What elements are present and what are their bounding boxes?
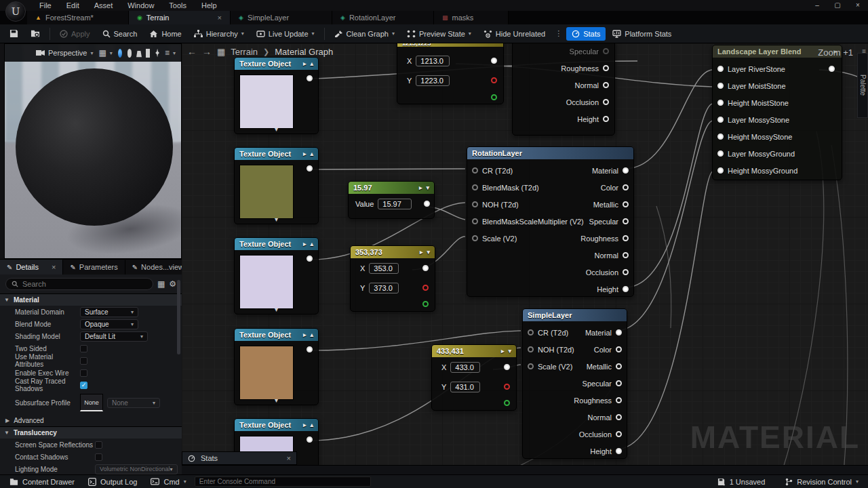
live-update-button[interactable]: Live Update▾: [251, 27, 320, 41]
input-pin[interactable]: [717, 134, 724, 140]
x-value-field[interactable]: 433.0: [450, 362, 480, 373]
palette-menu-icon[interactable]: ≡: [862, 47, 866, 55]
partial-layer-node[interactable]: Specular Roughness Normal Occlusion Heig…: [512, 43, 615, 136]
xy-output-pin[interactable]: [491, 58, 497, 64]
details-search-input[interactable]: Search: [5, 278, 153, 290]
save-button[interactable]: [4, 26, 24, 41]
input-pin[interactable]: [528, 346, 534, 352]
input-pin[interactable]: [472, 201, 478, 207]
output-pin[interactable]: [603, 116, 609, 122]
material-graph-canvas[interactable]: ← → ▦ Terrain ❯ Material Graph Zoom +1 ≡…: [182, 43, 868, 474]
cast-ray-traced-shadows-checkbox[interactable]: ✓: [80, 382, 87, 389]
collapse-icon[interactable]: ▴: [310, 60, 313, 67]
output-pin[interactable]: [307, 346, 313, 352]
expand-icon[interactable]: ▾: [235, 125, 318, 133]
preview-shape-cylinder-button[interactable]: [127, 49, 132, 58]
collapse-icon[interactable]: ▴: [310, 331, 313, 338]
palette-tab[interactable]: Palette: [857, 53, 868, 118]
output-pin[interactable]: [623, 252, 629, 258]
texture-object-node-4[interactable]: Texture Object▸▴ ▾: [234, 328, 319, 405]
input-pin[interactable]: [472, 218, 478, 224]
output-pin[interactable]: [603, 99, 609, 105]
unsaved-indicator[interactable]: 1 Unsaved: [712, 475, 771, 488]
texture-thumbnail[interactable]: [239, 75, 294, 129]
input-pin[interactable]: [717, 83, 724, 89]
output-pin[interactable]: [307, 436, 313, 443]
maximize-button[interactable]: ▢: [827, 0, 848, 11]
output-pin[interactable]: [616, 380, 622, 386]
section-material[interactable]: ▼Material: [0, 293, 182, 306]
tab-terrain-close-icon[interactable]: ×: [218, 14, 222, 22]
output-pin[interactable]: [623, 167, 629, 174]
tab-nodes-view[interactable]: ✎ Nodes...view: [125, 260, 182, 274]
output-pin[interactable]: [603, 82, 609, 88]
value-field[interactable]: 15.97: [378, 199, 412, 209]
play-icon[interactable]: ▸: [303, 422, 307, 428]
perspective-dropdown[interactable]: Perspective ▾: [36, 49, 94, 57]
y-value-field[interactable]: 373.0: [369, 283, 399, 293]
preview-shape-cube-button[interactable]: [146, 49, 150, 58]
input-pin[interactable]: [717, 66, 724, 72]
collapse-icon[interactable]: ▴: [310, 422, 313, 428]
input-pin[interactable]: [717, 100, 724, 106]
shading-model-select[interactable]: Default Lit▾: [80, 331, 148, 342]
output-pin[interactable]: [616, 448, 622, 454]
output-pin[interactable]: [829, 66, 835, 72]
collapse-icon[interactable]: ▴: [310, 241, 313, 247]
console-command-input[interactable]: [195, 476, 371, 487]
use-material-attributes-checkbox[interactable]: ✓: [80, 357, 87, 365]
x-value-field[interactable]: 1213.0: [416, 56, 450, 66]
collapse-icon[interactable]: ▾: [427, 249, 430, 256]
play-icon[interactable]: ▸: [501, 348, 505, 354]
enable-exec-wire-checkbox[interactable]: ✓: [80, 369, 87, 377]
output-pin[interactable]: [623, 201, 629, 207]
material-domain-select[interactable]: Surface▾: [80, 307, 138, 317]
g-output-pin[interactable]: [491, 94, 497, 100]
output-pin[interactable]: [616, 397, 622, 403]
output-pin[interactable]: [307, 75, 313, 81]
menu-help[interactable]: Help: [195, 1, 224, 10]
input-pin[interactable]: [528, 363, 534, 369]
g-output-pin[interactable]: [422, 301, 429, 307]
input-pin[interactable]: [472, 184, 478, 190]
display-filter-icon[interactable]: ▦: [157, 279, 165, 289]
tab-terrain[interactable]: ◉ Terrain ×: [129, 11, 231, 24]
texture-thumbnail[interactable]: [239, 255, 294, 309]
output-pin[interactable]: [603, 65, 609, 71]
rotationlayer-node[interactable]: RotationLayer CR (T2d) BlendMask (T2d) N…: [467, 146, 634, 297]
collapse-icon[interactable]: ▴: [310, 150, 313, 157]
preview-viewport[interactable]: Perspective ▾ ▦ ▾ ≡ ▾: [4, 43, 182, 259]
tab-parameters[interactable]: ✎ Parameters: [63, 260, 125, 274]
play-icon[interactable]: ▸: [303, 60, 307, 67]
output-pin[interactable]: [307, 256, 313, 262]
platform-stats-button[interactable]: Platform Stats: [607, 27, 677, 41]
landscape-layer-blend-node[interactable]: Landscape Layer Blend▸ Layer RiverStone …: [712, 45, 842, 180]
r-output-pin[interactable]: [491, 77, 497, 83]
ssr-checkbox[interactable]: ✓: [95, 441, 102, 449]
menu-edit[interactable]: Edit: [60, 1, 86, 10]
tab-details-close-icon[interactable]: ×: [52, 263, 56, 271]
output-pin[interactable]: [616, 363, 622, 369]
texture-thumbnail[interactable]: [239, 165, 294, 219]
output-pin[interactable]: [623, 269, 629, 275]
hide-unrelated-button[interactable]: Hide Unrelated: [478, 27, 551, 41]
g-output-pin[interactable]: [504, 400, 510, 406]
contact-shadows-checkbox[interactable]: ✓: [95, 453, 102, 461]
texture-object-node-1[interactable]: Texture Object▸▴ ▾: [234, 57, 319, 134]
expand-icon[interactable]: ▾: [235, 306, 318, 313]
close-button[interactable]: ×: [848, 0, 868, 11]
expand-icon[interactable]: ▾: [235, 216, 318, 223]
row-advanced[interactable]: ▶Advanced: [0, 414, 182, 426]
input-pin[interactable]: [717, 167, 724, 174]
coordinate-node-b[interactable]: 433,431▸▾ X433.0 Y431.0: [431, 344, 517, 411]
output-pin[interactable]: [616, 346, 622, 352]
home-button[interactable]: Home: [144, 27, 186, 41]
minimize-button[interactable]: –: [807, 0, 827, 11]
texture-object-node-2[interactable]: Texture Object▸▴ ▾: [234, 147, 319, 224]
section-translucency[interactable]: ▼Translucency: [0, 426, 182, 439]
viewmode-dropdown[interactable]: ▦ ▾: [99, 48, 113, 58]
output-pin[interactable]: [623, 218, 629, 224]
output-pin[interactable]: [623, 235, 629, 241]
coordinate-node-top[interactable]: 1213,1223 X1213.0 Y1223.0: [397, 43, 504, 104]
details-scrollbar[interactable]: [177, 280, 180, 354]
